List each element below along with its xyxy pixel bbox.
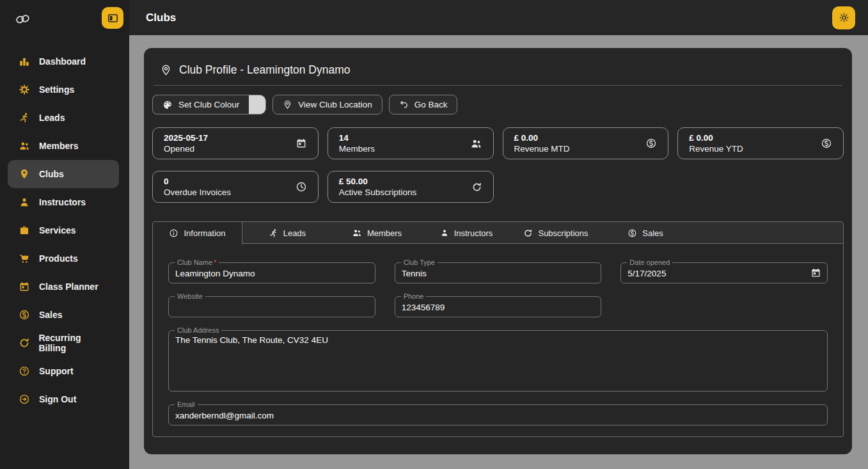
stat-text: 2025-05-17 Opened: [164, 133, 208, 154]
person-icon: [18, 196, 31, 208]
actions-row: Set Club Colour View Club Location: [152, 95, 844, 115]
gear-icon: [18, 84, 31, 95]
tab-members[interactable]: Members: [332, 222, 422, 244]
tab-label: Members: [367, 228, 402, 238]
sidebar-item-members[interactable]: Members: [8, 132, 119, 160]
tab-leads[interactable]: Leads: [242, 222, 332, 244]
club-type-label: Club Type: [401, 258, 438, 266]
sidebar-item-instructors[interactable]: Instructors: [8, 188, 119, 216]
club-detail-tabs-panel: Information Leads: [152, 221, 844, 437]
sidebar-item-label: Members: [39, 141, 78, 151]
tab-information[interactable]: Information: [153, 222, 242, 244]
sidebar-item-support[interactable]: Support: [8, 357, 119, 385]
sun-icon: [838, 12, 850, 24]
sidebar-item-sign-out[interactable]: Sign Out: [8, 385, 119, 413]
page-title: Clubs: [146, 12, 176, 24]
sidebar-item-label: Sales: [39, 310, 63, 320]
coin-icon: [821, 138, 832, 149]
sidebar-item-label: Leads: [39, 113, 65, 123]
panel-toggle-icon: [107, 12, 119, 24]
sidebar-item-label: Services: [39, 225, 76, 235]
tab-subscriptions[interactable]: Subscriptions: [511, 222, 601, 244]
palette-icon: [162, 100, 173, 110]
stat-value: 0: [164, 177, 231, 186]
stat-text: £ 0.00 Revenue YTD: [689, 133, 743, 154]
stat-label: Overdue Invoices: [164, 187, 231, 197]
app-logo-infinity-icon: [14, 13, 31, 26]
clock-icon: [296, 181, 307, 193]
set-club-colour-button[interactable]: Set Club Colour: [152, 95, 249, 115]
tab-instructors[interactable]: Instructors: [422, 222, 511, 244]
sidebar-header: [0, 0, 129, 37]
info-icon: [169, 228, 178, 238]
sidebar-item-clubs[interactable]: Clubs: [8, 160, 119, 188]
tab-label: Instructors: [454, 228, 493, 238]
sidebar-item-label: Sign Out: [39, 394, 76, 404]
sidebar-item-label: Clubs: [39, 169, 64, 179]
person-icon: [440, 228, 449, 237]
set-club-colour-label: Set Club Colour: [178, 100, 239, 109]
map-pin-icon: [283, 100, 292, 109]
stat-label: Revenue YTD: [689, 144, 743, 154]
main-content: Club Profile - Leamington Dynamo Set Clu…: [129, 35, 868, 469]
stat-value: £ 0.00: [689, 133, 743, 143]
stat-cards: 2025-05-17 Opened 14 Members: [152, 127, 844, 203]
stat-label: Opened: [164, 144, 208, 154]
theme-toggle-button[interactable]: [832, 6, 855, 29]
sidebar-item-label: Class Planner: [39, 282, 99, 292]
sidebar-nav: Dashboard Settings Leads: [0, 47, 129, 413]
tabstrip: Information Leads: [153, 222, 843, 244]
stat-value: 2025-05-17: [164, 133, 208, 143]
required-marker: *: [214, 258, 216, 266]
club-address-label: Club Address: [175, 326, 221, 334]
undo-icon: [399, 100, 409, 109]
club-information-form: Club Name* Club Type Date opened: [153, 244, 843, 438]
refresh-icon: [18, 337, 30, 349]
tab-sales[interactable]: Sales: [601, 222, 690, 244]
stat-card-revenue-ytd: £ 0.00 Revenue YTD: [677, 127, 844, 159]
club-profile-title-row: Club Profile - Leamington Dynamo: [152, 48, 844, 85]
runner-icon: [18, 112, 31, 123]
tab-label: Sales: [642, 228, 663, 238]
sidebar-item-label: Instructors: [39, 197, 86, 207]
stat-value: 14: [339, 133, 375, 143]
club-name-label: Club Name*: [175, 258, 219, 266]
phone-label: Phone: [401, 292, 427, 300]
stat-card-members: 14 Members: [327, 127, 494, 159]
stat-label: Revenue MTD: [514, 144, 570, 154]
sidebar-item-products[interactable]: Products: [8, 244, 119, 273]
map-pin-icon: [160, 64, 172, 76]
sidebar-toggle-button[interactable]: [102, 7, 123, 29]
tab-label: Subscriptions: [538, 228, 588, 238]
question-icon: [18, 365, 31, 377]
stat-label: Active Subscriptions: [339, 187, 417, 197]
stat-text: £ 50.00 Active Subscriptions: [339, 177, 417, 197]
sidebar-item-label: Support: [39, 366, 74, 376]
sidebar-item-dashboard[interactable]: Dashboard: [8, 47, 119, 76]
sidebar-item-leads[interactable]: Leads: [8, 104, 119, 132]
sidebar-item-services[interactable]: Services: [8, 216, 119, 244]
club-colour-swatch[interactable]: [249, 95, 266, 115]
form-spacer: [620, 296, 828, 317]
club-type-field: Club Type: [395, 262, 602, 283]
coin-icon: [18, 309, 31, 321]
date-opened-label: Date opened: [627, 258, 672, 266]
email-field: Email: [168, 404, 828, 425]
email-input[interactable]: [169, 405, 827, 425]
sign-out-icon: [18, 393, 31, 405]
sidebar-item-settings[interactable]: Settings: [8, 76, 119, 104]
view-club-location-button[interactable]: View Club Location: [272, 95, 382, 115]
bar-chart-icon: [18, 56, 31, 67]
stat-value: £ 0.00: [514, 133, 570, 143]
refresh-icon: [523, 228, 533, 238]
sidebar-item-label: Settings: [39, 84, 74, 95]
sidebar-item-class-planner[interactable]: Class Planner: [8, 273, 119, 301]
go-back-button[interactable]: Go Back: [389, 95, 458, 115]
club-address-textarea[interactable]: The Tennis Club, The Route, CV32 4EU: [169, 331, 827, 391]
tab-label: Information: [184, 228, 225, 238]
calendar-icon: [296, 138, 307, 149]
set-club-colour-group: Set Club Colour: [152, 95, 266, 115]
calendar-icon[interactable]: [810, 267, 821, 278]
sidebar-item-recurring-billing[interactable]: Recurring Billing: [8, 329, 119, 357]
sidebar-item-sales[interactable]: Sales: [8, 301, 119, 329]
